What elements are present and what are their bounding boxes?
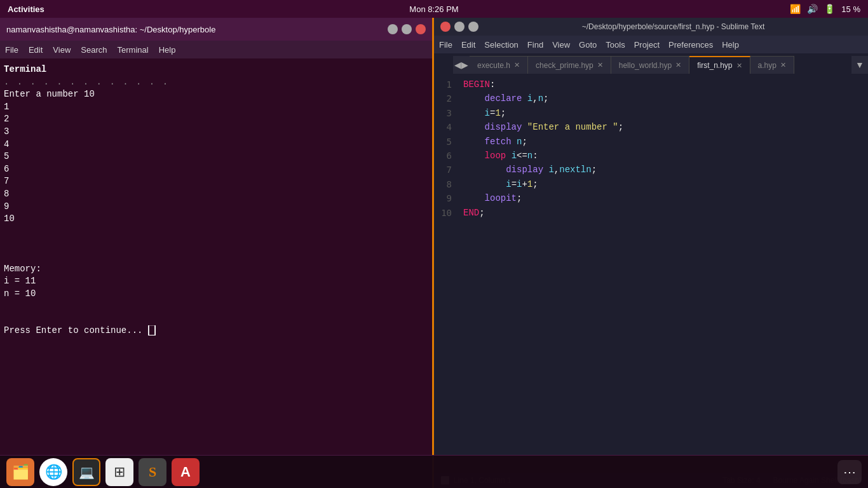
code-line-9: loopit; bbox=[463, 191, 862, 205]
taskbar-app-files[interactable]: 🗂️ bbox=[6, 458, 34, 486]
terminal-menu-search[interactable]: Search bbox=[81, 45, 107, 55]
taskbar-app-text-editor[interactable]: A bbox=[172, 458, 200, 486]
system-bar: Activities Mon 8:26 PM 📶 🔊 🔋 15 % bbox=[0, 0, 868, 18]
terminal-output-line-9: 9 bbox=[4, 201, 428, 214]
sublime-menu-find[interactable]: Find bbox=[527, 40, 543, 50]
code-line-1: BEGIN: bbox=[463, 78, 862, 92]
terminal-output-line-0: Enter a number 10 bbox=[4, 88, 428, 101]
terminal-output-line-2: 2 bbox=[4, 113, 428, 126]
terminal-output-line-7: 7 bbox=[4, 175, 428, 188]
activities-button[interactable]: Activities bbox=[8, 4, 44, 14]
battery-label: 15 % bbox=[841, 4, 860, 14]
sublime-window: ~/Desktop/hyperbole/source/first_n.hyp -… bbox=[434, 18, 868, 488]
sublime-title-bar: ~/Desktop/hyperbole/source/first_n.hyp -… bbox=[434, 18, 868, 36]
terminal-dotted-line: . . . . . . . . . . . . . bbox=[4, 76, 428, 89]
taskbar-apps: 🗂️ 🌐 💻 ⊞ S A bbox=[6, 458, 200, 486]
code-line-6: loop i<=n: bbox=[463, 149, 862, 163]
sublime-title-text: ~/Desktop/hyperbole/source/first_n.hyp -… bbox=[485, 22, 862, 31]
taskbar-grid-button[interactable]: ⋯ bbox=[837, 460, 862, 484]
terminal-menu-terminal[interactable]: Terminal bbox=[118, 45, 149, 55]
sublime-min-button[interactable] bbox=[454, 22, 465, 32]
sublime-menu-help[interactable]: Help bbox=[722, 40, 739, 50]
taskbar: 🗂️ 🌐 💻 ⊞ S A ⋯ bbox=[0, 455, 868, 488]
tab-first-n[interactable]: first_n.hyp ✕ bbox=[689, 56, 750, 74]
sublime-menu-view[interactable]: View bbox=[552, 40, 570, 50]
terminal-output-line-5: 5 bbox=[4, 151, 428, 163]
code-line-3: i=1; bbox=[463, 106, 862, 120]
code-line-4: display "Enter a number "; bbox=[463, 120, 862, 134]
sublime-menu-selection[interactable]: Selection bbox=[484, 40, 518, 50]
terminal-menubar: File Edit View Search Terminal Help bbox=[0, 41, 432, 58]
code-line-10: END; bbox=[463, 206, 862, 220]
taskbar-app-chrome[interactable]: 🌐 bbox=[39, 458, 67, 486]
maximize-button[interactable] bbox=[402, 24, 412, 34]
terminal-output-line-6: 6 bbox=[4, 163, 428, 176]
volume-icon: 🔊 bbox=[807, 4, 818, 14]
sublime-max-button[interactable] bbox=[468, 22, 478, 32]
taskbar-app-sublime[interactable]: S bbox=[139, 458, 166, 486]
terminal-menu-help[interactable]: Help bbox=[159, 45, 176, 55]
sublime-tabs: ◀▶ execute.h ✕ check_prime.hyp ✕ hello_w… bbox=[434, 53, 868, 74]
terminal-header-label: Terminal bbox=[4, 64, 428, 76]
terminal-press-enter: Press Enter to continue... █ bbox=[4, 325, 428, 337]
terminal-output-line-3: 3 bbox=[4, 126, 428, 139]
tab-a-hyp[interactable]: a.hyp ✕ bbox=[750, 56, 794, 74]
sublime-menu-goto[interactable]: Goto bbox=[579, 40, 597, 50]
tab-hello-world[interactable]: hello_world.hyp ✕ bbox=[611, 56, 689, 74]
terminal-menu-edit[interactable]: Edit bbox=[29, 45, 43, 55]
code-line-7: display i,nextln; bbox=[463, 163, 862, 177]
sublime-menu-edit[interactable]: Edit bbox=[461, 40, 475, 50]
terminal-title-bar: namanvashistha@namanvashistha: ~/Desktop… bbox=[0, 18, 432, 41]
terminal-memory-i: i = 11 bbox=[4, 275, 428, 288]
sublime-menu-tools[interactable]: Tools bbox=[606, 40, 625, 50]
tab-close-a-hyp[interactable]: ✕ bbox=[780, 61, 786, 69]
terminal-content[interactable]: Terminal . . . . . . . . . . . . . Enter… bbox=[0, 58, 432, 488]
terminal-memory-n: n = 10 bbox=[4, 288, 428, 301]
system-clock: Mon 8:26 PM bbox=[409, 4, 458, 14]
wifi-icon: 📶 bbox=[790, 4, 801, 14]
terminal-output-line-10: 10 bbox=[4, 213, 428, 226]
sublime-menubar: File Edit Selection Find View Goto Tools… bbox=[434, 36, 868, 53]
terminal-title-text: namanvashistha@namanvashistha: ~/Desktop… bbox=[6, 25, 215, 34]
terminal-output-line-1: 1 bbox=[4, 101, 428, 114]
tab-scroll-right[interactable]: ▼ bbox=[851, 56, 868, 74]
taskbar-app-terminal[interactable]: 💻 bbox=[72, 458, 100, 486]
terminal-menu-view[interactable]: View bbox=[53, 45, 71, 55]
battery-icon: 🔋 bbox=[824, 4, 835, 14]
tab-close-hello-world[interactable]: ✕ bbox=[675, 61, 681, 69]
tab-scroll-left[interactable]: ◀▶ bbox=[453, 56, 470, 74]
code-area[interactable]: BEGIN: declare i,n; i=1; display "Enter … bbox=[457, 74, 868, 473]
code-line-5: fetch n; bbox=[463, 135, 862, 149]
sublime-menu-file[interactable]: File bbox=[439, 40, 452, 50]
tab-close-first-n[interactable]: ✕ bbox=[736, 62, 742, 70]
code-line-2: declare i,n; bbox=[463, 92, 862, 105]
minimize-button[interactable] bbox=[388, 24, 398, 34]
terminal-menu-file[interactable]: File bbox=[5, 45, 18, 55]
close-button[interactable] bbox=[416, 24, 426, 34]
sublime-editor: 1 2 3 4 5 6 7 8 9 10 BEGIN: declare i,n;… bbox=[434, 74, 868, 473]
terminal-window: namanvashistha@namanvashistha: ~/Desktop… bbox=[0, 18, 434, 488]
terminal-output-line-4: 4 bbox=[4, 139, 428, 151]
tab-check-prime[interactable]: check_prime.hyp ✕ bbox=[528, 56, 611, 74]
tab-close-execute-h[interactable]: ✕ bbox=[514, 61, 520, 69]
tab-execute-h[interactable]: execute.h ✕ bbox=[470, 56, 528, 74]
sublime-close-button[interactable] bbox=[440, 22, 451, 32]
terminal-memory-header: Memory: bbox=[4, 263, 428, 276]
line-numbers: 1 2 3 4 5 6 7 8 9 10 bbox=[434, 74, 457, 473]
sublime-menu-preferences[interactable]: Preferences bbox=[668, 40, 713, 50]
terminal-output-line-8: 8 bbox=[4, 188, 428, 201]
tab-close-check-prime[interactable]: ✕ bbox=[597, 61, 603, 69]
taskbar-app-mosaic[interactable]: ⊞ bbox=[105, 458, 133, 486]
code-line-8: i=i+1; bbox=[463, 177, 862, 191]
sublime-menu-project[interactable]: Project bbox=[634, 40, 660, 50]
